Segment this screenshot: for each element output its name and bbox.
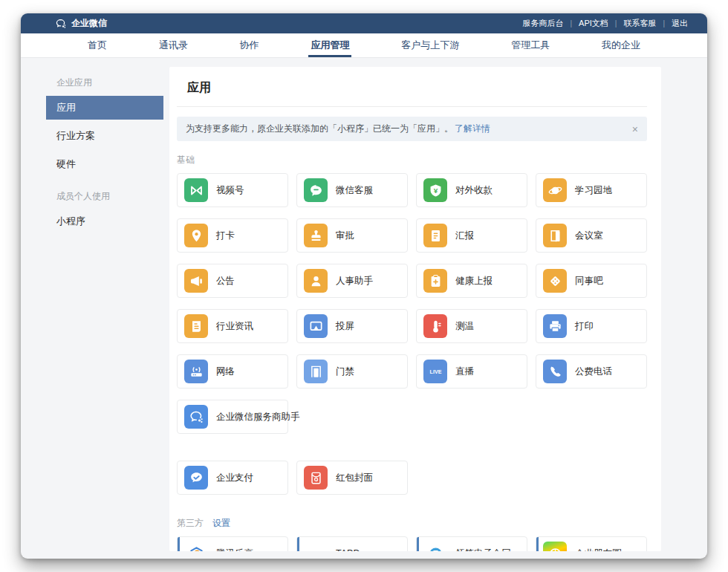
nav-tab-管理工具[interactable]: 管理工具 — [511, 33, 550, 57]
app-label: TAPD — [336, 548, 360, 551]
app-label: 直播 — [455, 365, 474, 378]
notice-banner: 为支持更多能力，原企业关联添加的「小程序」已统一为「应用」。 了解详情 × — [177, 117, 647, 141]
base-section-label: 基础 — [177, 154, 647, 166]
learn-more-link[interactable]: 了解详情 — [455, 123, 490, 135]
app-card[interactable]: 公告 — [177, 264, 288, 298]
app-label: 打印 — [575, 320, 594, 333]
nav-tab-首页[interactable]: 首页 — [88, 33, 107, 57]
sidebar-item-硬件[interactable]: 硬件 — [46, 152, 163, 176]
wecom-brand-icon — [55, 18, 67, 30]
app-card[interactable]: 红包封面 — [296, 461, 408, 495]
topbar-link[interactable]: API文档 — [579, 18, 608, 29]
app-label: 视频号 — [216, 184, 244, 197]
pay-app-grid: 企业支付红包封面 — [177, 461, 647, 495]
topbar: 企业微信 服务商后台|API文档|联系客服|退出 — [21, 13, 707, 33]
nav-tab-协作[interactable]: 协作 — [240, 33, 259, 57]
app-card[interactable]: 企业支付 — [177, 461, 288, 495]
app-card[interactable]: 人事助手 — [296, 264, 408, 298]
wecom-logo-icon — [184, 405, 208, 429]
app-card[interactable]: LIVE直播 — [416, 354, 527, 389]
app-card[interactable]: 行业资讯 — [177, 309, 288, 343]
app-card[interactable]: 微信客服 — [296, 173, 408, 207]
app-label: 同事吧 — [575, 275, 603, 287]
sidebar-section-header: 企业应用 — [46, 67, 163, 96]
app-label: 微信客服 — [336, 184, 373, 197]
topbar-links: 服务商后台|API文档|联系客服|退出 — [522, 18, 688, 29]
app-card[interactable]: 打印 — [536, 309, 647, 343]
nav-tab-通讯录[interactable]: 通讯录 — [159, 33, 188, 57]
app-label: 投屏 — [336, 320, 354, 333]
app-card[interactable]: 视频号 — [177, 173, 288, 207]
title-divider — [177, 106, 647, 107]
app-card[interactable]: 公费电话 — [536, 354, 647, 389]
app-label: 红包封面 — [336, 472, 373, 484]
app-card[interactable]: 会议室 — [536, 218, 647, 253]
pay-check-icon — [184, 466, 208, 490]
app-label: 腾讯乐享 — [216, 547, 253, 552]
sidebar: 企业应用应用行业方案硬件成员个人使用小程序 — [46, 67, 163, 551]
notice-text: 为支持更多能力，原企业关联添加的「小程序」已统一为「应用」。 — [186, 123, 453, 135]
sidebar-section-header: 成员个人使用 — [46, 181, 163, 209]
clipboard-plus-icon — [423, 269, 447, 293]
nav-tab-客户与上下游[interactable]: 客户与上下游 — [401, 33, 459, 57]
svg-text:LIVE: LIVE — [429, 369, 441, 375]
topbar-link[interactable]: 联系客服 — [623, 18, 656, 29]
app-label: 公告 — [216, 275, 235, 287]
app-card[interactable]: 网络 — [177, 354, 288, 389]
esign-logo-icon — [423, 542, 447, 551]
topbar-link-separator: | — [570, 19, 572, 27]
thermometer-icon — [423, 314, 447, 338]
topbar-link[interactable]: 退出 — [672, 18, 688, 29]
topbar-link[interactable]: 服务商后台 — [522, 18, 563, 29]
topbar-link-separator: | — [615, 19, 617, 27]
app-card[interactable]: 汇报 — [416, 218, 527, 253]
app-label: 学习园地 — [575, 184, 612, 197]
nav-tab-应用管理[interactable]: 应用管理 — [311, 33, 349, 57]
sidebar-item-小程序[interactable]: 小程序 — [46, 209, 163, 233]
app-card[interactable]: 健康上报 — [416, 264, 527, 298]
main-content: 应用 为支持更多能力，原企业关联添加的「小程序」已统一为「应用」。 了解详情 ×… — [169, 67, 661, 551]
close-icon[interactable]: × — [632, 124, 638, 134]
app-label: 企业朋友圈 — [575, 547, 622, 552]
diamond-dots-icon — [543, 269, 567, 293]
app-card[interactable]: 门禁 — [296, 354, 408, 389]
door-open-icon — [543, 224, 567, 247]
shield-yuan-icon: ¥ — [423, 178, 447, 202]
moments-logo-icon — [543, 542, 567, 551]
third-party-app-grid: 腾讯乐享TAPDTAPD领签电子合同企业朋友圈 — [177, 536, 647, 551]
red-packet-icon — [304, 466, 328, 490]
svg-text:¥: ¥ — [433, 186, 438, 195]
sidebar-item-行业方案[interactable]: 行业方案 — [46, 124, 163, 148]
app-card[interactable]: 审批 — [296, 218, 408, 253]
stamp-icon — [304, 224, 328, 247]
app-card[interactable]: 企业微信服务商助手 — [177, 400, 288, 434]
app-card[interactable]: 腾讯乐享 — [177, 536, 288, 551]
app-card[interactable]: TAPDTAPD — [296, 536, 408, 551]
body-area: 企业应用应用行业方案硬件成员个人使用小程序 应用 为支持更多能力，原企业关联添加… — [21, 58, 707, 559]
lexiang-logo-icon — [184, 542, 208, 551]
app-card[interactable]: 投屏 — [296, 309, 408, 343]
app-label: 审批 — [336, 230, 354, 242]
chat-bubble-icon — [304, 178, 328, 202]
person-icon — [304, 269, 328, 293]
sidebar-item-应用[interactable]: 应用 — [46, 96, 163, 120]
base-app-grid: 视频号微信客服¥对外收款学习园地打卡审批汇报会议室公告人事助手健康上报同事吧行业… — [177, 173, 647, 434]
app-card[interactable]: 学习园地 — [536, 173, 647, 207]
nav-tab-我的企业[interactable]: 我的企业 — [602, 33, 640, 57]
browser-window: 企业微信 服务商后台|API文档|联系客服|退出 首页通讯录协作应用管理客户与上… — [21, 13, 707, 559]
app-label: 企业支付 — [216, 472, 253, 484]
report-doc-icon — [423, 224, 447, 247]
app-card[interactable]: ¥对外收款 — [416, 173, 527, 207]
live-badge-icon: LIVE — [423, 360, 447, 383]
app-card[interactable]: 同事吧 — [536, 264, 647, 298]
third-party-settings-link[interactable]: 设置 — [212, 517, 230, 530]
app-label: 健康上报 — [455, 275, 493, 287]
third-party-header: 第三方 设置 — [177, 517, 647, 530]
app-label: 人事助手 — [336, 275, 373, 287]
app-card[interactable]: 打卡 — [177, 218, 288, 253]
app-card[interactable]: 领签电子合同 — [416, 536, 527, 551]
app-card[interactable]: 测温 — [416, 309, 527, 343]
app-card[interactable]: 企业朋友圈 — [536, 536, 647, 551]
app-label: 公费电话 — [575, 365, 612, 378]
topbar-link-separator: | — [663, 19, 665, 27]
